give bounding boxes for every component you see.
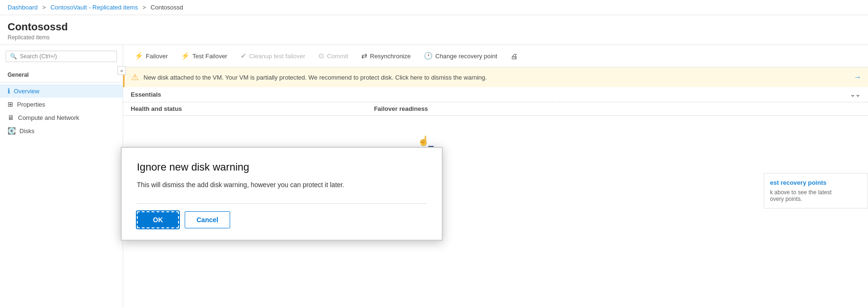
modal-dialog: Ignore new disk warning This will dismis…	[121, 147, 443, 241]
modal-body: This will dismiss the add disk warning, …	[137, 180, 427, 190]
modal-footer: OK Cancel	[137, 203, 427, 228]
modal-ok-button[interactable]: OK	[137, 211, 179, 228]
modal-title: Ignore new disk warning	[137, 161, 427, 173]
modal-cancel-button[interactable]: Cancel	[185, 211, 230, 228]
